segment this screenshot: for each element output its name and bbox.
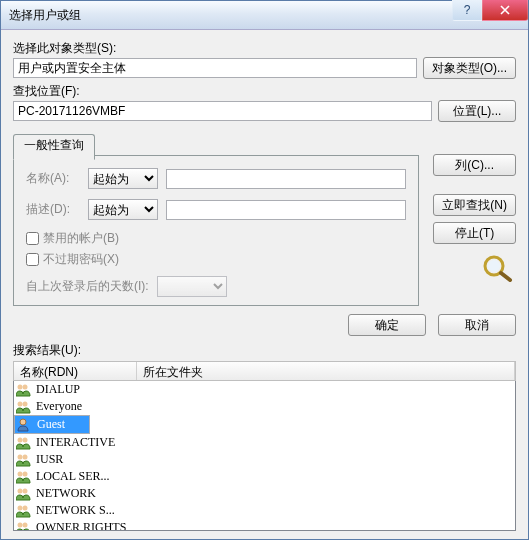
window-title: 选择用户或组	[9, 7, 452, 24]
cell-name: INTERACTIVE	[36, 435, 144, 450]
list-item[interactable]: OWNER RIGHTS	[14, 519, 515, 531]
stop-button[interactable]: 停止(T)	[433, 222, 516, 244]
list-item[interactable]: NETWORK	[14, 485, 515, 502]
svg-point-6	[20, 419, 26, 425]
header-name[interactable]: 名称(RDN)	[14, 362, 137, 380]
group-icon	[16, 470, 32, 484]
dialog-window: 选择用户或组 ? 选择此对象类型(S): 对象类型(O)... 查找位置(F):…	[0, 0, 529, 540]
lastlogin-select[interactable]	[157, 276, 227, 297]
cell-name: DIALUP	[36, 382, 144, 397]
object-type-button[interactable]: 对象类型(O)...	[423, 57, 516, 79]
cell-name: Everyone	[36, 399, 144, 414]
name-label: 名称(A):	[26, 170, 80, 187]
results-header[interactable]: 名称(RDN) 所在文件夹	[13, 361, 516, 381]
list-item[interactable]: IUSR	[14, 451, 515, 468]
columns-button[interactable]: 列(C)...	[433, 154, 516, 176]
group-icon	[16, 400, 32, 414]
svg-point-11	[18, 471, 23, 476]
location-label: 查找位置(F):	[13, 83, 516, 100]
list-item[interactable]: DIALUP	[14, 381, 515, 398]
group-icon	[16, 487, 32, 501]
svg-point-1	[488, 260, 500, 272]
group-icon	[16, 504, 32, 518]
svg-point-15	[18, 505, 23, 510]
dialog-body: 选择此对象类型(S): 对象类型(O)... 查找位置(F): 位置(L)...…	[1, 30, 528, 539]
search-icon	[480, 254, 516, 282]
svg-point-2	[18, 384, 23, 389]
close-button[interactable]	[482, 0, 528, 21]
tab-general-query[interactable]: 一般性查询	[13, 134, 95, 160]
svg-point-4	[18, 401, 23, 406]
header-folder[interactable]: 所在文件夹	[137, 362, 515, 380]
disabled-accounts-checkbox[interactable]	[26, 232, 39, 245]
svg-point-17	[18, 522, 23, 527]
no-expire-label: 不过期密码(X)	[43, 251, 119, 268]
svg-point-18	[23, 522, 28, 527]
list-item[interactable]: GuestPC-20171126...	[14, 415, 90, 434]
cell-name: NETWORK S...	[36, 503, 144, 518]
disabled-accounts-label: 禁用的帐户(B)	[43, 230, 119, 247]
svg-point-9	[18, 454, 23, 459]
desc-label: 描述(D):	[26, 201, 80, 218]
group-icon	[16, 521, 32, 532]
object-type-label: 选择此对象类型(S):	[13, 40, 516, 57]
list-item[interactable]: NETWORK S...	[14, 502, 515, 519]
window-buttons: ?	[452, 1, 528, 29]
list-item[interactable]: LOCAL SER...	[14, 468, 515, 485]
name-input[interactable]	[166, 169, 406, 189]
ok-button[interactable]: 确定	[348, 314, 426, 336]
close-icon	[500, 5, 510, 15]
desc-input[interactable]	[166, 200, 406, 220]
help-button[interactable]: ?	[452, 0, 482, 21]
lastlogin-label: 自上次登录后的天数(I):	[26, 278, 149, 295]
cell-name: NETWORK	[36, 486, 144, 501]
list-item[interactable]: Everyone	[14, 398, 515, 415]
svg-point-12	[23, 471, 28, 476]
cancel-button[interactable]: 取消	[438, 314, 516, 336]
no-expire-checkbox[interactable]	[26, 253, 39, 266]
cell-name: IUSR	[36, 452, 144, 467]
list-item[interactable]: INTERACTIVE	[14, 434, 515, 451]
group-icon	[16, 453, 32, 467]
cell-name: LOCAL SER...	[36, 469, 144, 484]
name-mode-select[interactable]: 起始为	[88, 168, 158, 189]
svg-point-5	[23, 401, 28, 406]
titlebar[interactable]: 选择用户或组 ?	[1, 1, 528, 30]
location-button[interactable]: 位置(L)...	[438, 100, 516, 122]
group-icon	[16, 436, 32, 450]
tab-panel: 名称(A): 起始为 描述(D): 起始为 禁用的帐户(B) 不过期密码(X) …	[13, 155, 419, 306]
cell-name: OWNER RIGHTS	[36, 520, 144, 531]
results-label: 搜索结果(U):	[13, 342, 516, 359]
svg-point-16	[23, 505, 28, 510]
cell-name: Guest	[37, 417, 83, 432]
user-icon	[17, 418, 33, 432]
location-input[interactable]	[13, 101, 432, 121]
find-now-button[interactable]: 立即查找(N)	[433, 194, 516, 216]
results-list[interactable]: DIALUPEveryoneGuestPC-20171126...INTERAC…	[13, 381, 516, 531]
svg-point-14	[23, 488, 28, 493]
svg-point-3	[23, 384, 28, 389]
group-icon	[16, 383, 32, 397]
object-type-input[interactable]	[13, 58, 417, 78]
desc-mode-select[interactable]: 起始为	[88, 199, 158, 220]
svg-point-13	[18, 488, 23, 493]
side-buttons: 列(C)... 立即查找(N) 停止(T)	[427, 126, 516, 282]
svg-point-8	[23, 437, 28, 442]
tabstrip: 一般性查询	[13, 134, 419, 156]
svg-point-10	[23, 454, 28, 459]
svg-point-7	[18, 437, 23, 442]
